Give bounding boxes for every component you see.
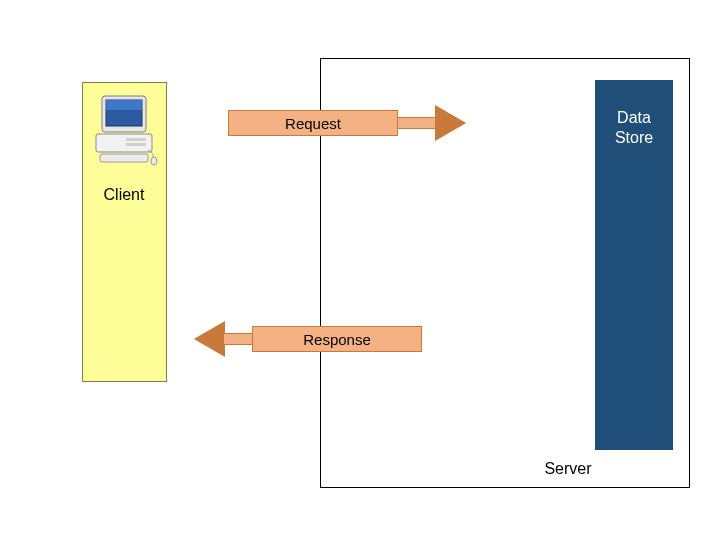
data-store-label: Data Store: [615, 108, 653, 148]
svg-point-7: [151, 157, 157, 165]
server-label: Server: [528, 460, 608, 478]
response-arrow-label: Response: [252, 326, 422, 352]
response-arrow-head: [194, 322, 224, 356]
request-text: Request: [285, 115, 341, 132]
data-store-box: Data Store: [595, 80, 673, 450]
request-arrow-head: [436, 106, 466, 140]
request-arrow-shaft: [397, 117, 437, 129]
response-text: Response: [303, 331, 371, 348]
computer-icon: [92, 94, 158, 166]
response-arrow-shaft: [224, 333, 254, 345]
client-label: Client: [78, 186, 170, 204]
svg-rect-5: [126, 143, 146, 146]
svg-rect-2: [106, 100, 142, 110]
request-arrow-label: Request: [228, 110, 398, 136]
svg-rect-6: [100, 154, 148, 162]
diagram-canvas: Server Data Store Client Request: [0, 0, 720, 540]
svg-rect-4: [126, 138, 146, 141]
